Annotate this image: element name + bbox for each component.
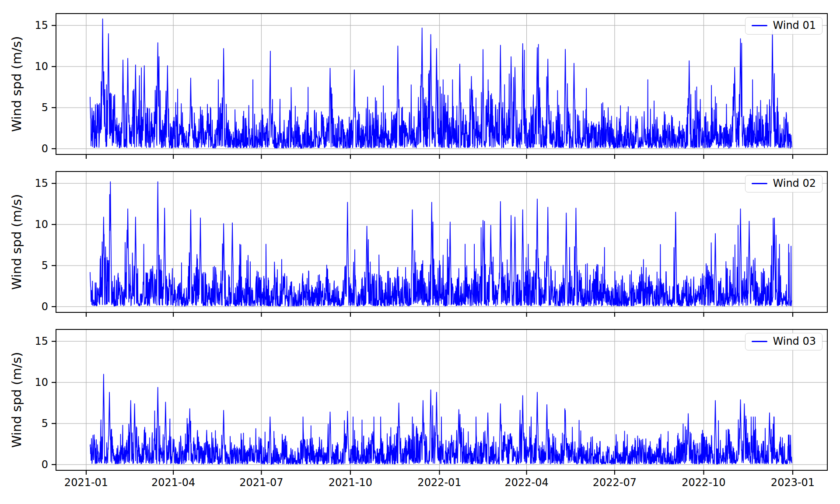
x-axis-tick-labels: 2021-01 2021-04 2021-07 2021-10 2022-01 … bbox=[0, 475, 840, 493]
x-tick-label: 2021-07 bbox=[226, 475, 296, 490]
legend-line-sample bbox=[752, 183, 767, 184]
legend-label: Wind 01 bbox=[773, 19, 816, 32]
x-tick-label: 2021-01 bbox=[51, 475, 121, 490]
wind-01-panel: Wind spd (m/s) 0 5 10 15 Wind 01 bbox=[0, 13, 840, 155]
y-tick-label: 0 bbox=[0, 142, 48, 156]
y-tick-label: 5 bbox=[0, 101, 48, 115]
wind-03-legend: Wind 03 bbox=[745, 333, 822, 350]
legend-label: Wind 03 bbox=[773, 335, 816, 348]
y-tick-label: 5 bbox=[0, 259, 48, 273]
y-tick-label: 15 bbox=[0, 176, 48, 190]
x-tick-label: 2021-10 bbox=[315, 475, 385, 490]
legend-line-sample bbox=[752, 341, 767, 342]
y-tick-label: 0 bbox=[0, 458, 48, 472]
series-line-wind-01 bbox=[90, 19, 792, 148]
wind-03-plot-area bbox=[56, 329, 828, 471]
y-tick-label: 10 bbox=[0, 60, 48, 74]
y-tick-label: 10 bbox=[0, 217, 48, 231]
legend-line-sample bbox=[752, 25, 767, 26]
legend-label: Wind 02 bbox=[773, 177, 816, 190]
x-tick-label: 2022-01 bbox=[405, 475, 475, 490]
y-tick-label: 15 bbox=[0, 18, 48, 32]
wind-02-legend: Wind 02 bbox=[745, 175, 822, 192]
wind-01-plot-area bbox=[56, 13, 828, 155]
y-tick-label: 5 bbox=[0, 416, 48, 430]
x-tick-label: 2021-04 bbox=[138, 475, 208, 490]
wind-01-legend: Wind 01 bbox=[745, 17, 822, 35]
y-tick-label: 0 bbox=[0, 300, 48, 314]
wind-02-plot-area bbox=[56, 171, 828, 313]
x-tick-label: 2022-10 bbox=[668, 475, 738, 490]
y-tick-label: 15 bbox=[0, 334, 48, 348]
series-line-wind-02 bbox=[90, 182, 792, 306]
wind-02-panel: Wind spd (m/s) 0 5 10 15 Wind 02 bbox=[0, 171, 840, 313]
wind-03-panel: Wind spd (m/s) 0 5 10 15 Wind 03 bbox=[0, 329, 840, 471]
wind-speed-figure: Wind spd (m/s) 0 5 10 15 Wind 01 Wind sp… bbox=[0, 0, 840, 504]
series-line-wind-03 bbox=[90, 374, 792, 464]
x-tick-label: 2022-07 bbox=[580, 475, 650, 490]
x-tick-label: 2023-01 bbox=[758, 475, 828, 490]
x-tick-label: 2022-04 bbox=[492, 475, 562, 490]
y-tick-label: 10 bbox=[0, 375, 48, 389]
